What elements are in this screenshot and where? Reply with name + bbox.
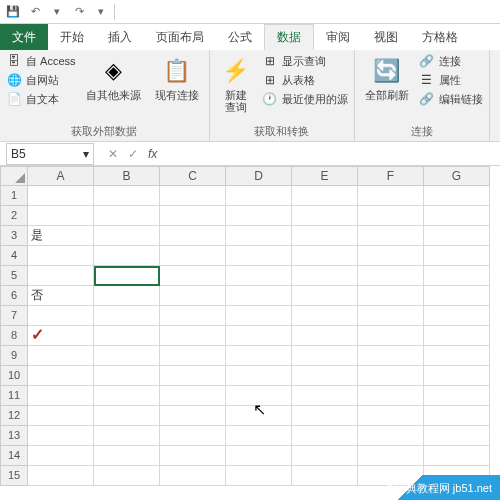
cell-D6[interactable] bbox=[226, 286, 292, 306]
row-header-2[interactable]: 2 bbox=[0, 206, 28, 226]
cell-F11[interactable] bbox=[358, 386, 424, 406]
tab-design[interactable]: 方格格 bbox=[410, 24, 470, 50]
cell-A5[interactable] bbox=[28, 266, 94, 286]
confirm-formula-icon[interactable]: ✓ bbox=[128, 147, 138, 161]
from-web-button[interactable]: 🌐自网站 bbox=[6, 72, 76, 88]
cell-A14[interactable] bbox=[28, 446, 94, 466]
cell-E2[interactable] bbox=[292, 206, 358, 226]
cell-G5[interactable] bbox=[424, 266, 490, 286]
cell-E6[interactable] bbox=[292, 286, 358, 306]
row-header-14[interactable]: 14 bbox=[0, 446, 28, 466]
cell-F5[interactable] bbox=[358, 266, 424, 286]
cell-B5[interactable] bbox=[94, 266, 160, 286]
cell-F8[interactable] bbox=[358, 326, 424, 346]
column-header-C[interactable]: C bbox=[160, 166, 226, 186]
cell-C12[interactable] bbox=[160, 406, 226, 426]
cell-G3[interactable] bbox=[424, 226, 490, 246]
cell-C15[interactable] bbox=[160, 466, 226, 486]
tab-view[interactable]: 视图 bbox=[362, 24, 410, 50]
row-header-15[interactable]: 15 bbox=[0, 466, 28, 486]
cell-A7[interactable] bbox=[28, 306, 94, 326]
cancel-formula-icon[interactable]: ✕ bbox=[108, 147, 118, 161]
from-other-sources-button[interactable]: ◈自其他来源 bbox=[82, 53, 145, 103]
cell-B6[interactable] bbox=[94, 286, 160, 306]
tab-insert[interactable]: 插入 bbox=[96, 24, 144, 50]
cell-G1[interactable] bbox=[424, 186, 490, 206]
cell-E5[interactable] bbox=[292, 266, 358, 286]
show-queries-button[interactable]: ⊞显示查询 bbox=[262, 53, 348, 69]
cell-B14[interactable] bbox=[94, 446, 160, 466]
cell-A10[interactable] bbox=[28, 366, 94, 386]
row-header-4[interactable]: 4 bbox=[0, 246, 28, 266]
cell-A2[interactable] bbox=[28, 206, 94, 226]
cell-G13[interactable] bbox=[424, 426, 490, 446]
cell-G12[interactable] bbox=[424, 406, 490, 426]
cell-E12[interactable] bbox=[292, 406, 358, 426]
cell-D9[interactable] bbox=[226, 346, 292, 366]
cell-F12[interactable] bbox=[358, 406, 424, 426]
cell-B12[interactable] bbox=[94, 406, 160, 426]
cell-G14[interactable] bbox=[424, 446, 490, 466]
cell-E15[interactable] bbox=[292, 466, 358, 486]
cell-B11[interactable] bbox=[94, 386, 160, 406]
cell-G8[interactable] bbox=[424, 326, 490, 346]
cell-F2[interactable] bbox=[358, 206, 424, 226]
cell-F9[interactable] bbox=[358, 346, 424, 366]
cell-B4[interactable] bbox=[94, 246, 160, 266]
cell-A9[interactable] bbox=[28, 346, 94, 366]
cell-A3[interactable]: 是 bbox=[28, 226, 94, 246]
dropdown-icon[interactable]: ▾ bbox=[83, 147, 89, 161]
cell-C9[interactable] bbox=[160, 346, 226, 366]
cell-A6[interactable]: 否 bbox=[28, 286, 94, 306]
cell-C1[interactable] bbox=[160, 186, 226, 206]
column-header-G[interactable]: G bbox=[424, 166, 490, 186]
column-header-B[interactable]: B bbox=[94, 166, 160, 186]
cell-G4[interactable] bbox=[424, 246, 490, 266]
cell-D10[interactable] bbox=[226, 366, 292, 386]
row-header-9[interactable]: 9 bbox=[0, 346, 28, 366]
existing-connections-button[interactable]: 📋现有连接 bbox=[151, 53, 203, 103]
cell-G6[interactable] bbox=[424, 286, 490, 306]
cell-B1[interactable] bbox=[94, 186, 160, 206]
cell-D4[interactable] bbox=[226, 246, 292, 266]
new-query-button[interactable]: ⚡新建 查询 bbox=[216, 53, 256, 115]
cell-F4[interactable] bbox=[358, 246, 424, 266]
undo-icon[interactable]: ↶ bbox=[26, 3, 44, 21]
cell-E7[interactable] bbox=[292, 306, 358, 326]
row-header-3[interactable]: 3 bbox=[0, 226, 28, 246]
cell-G7[interactable] bbox=[424, 306, 490, 326]
cell-E14[interactable] bbox=[292, 446, 358, 466]
cell-G11[interactable] bbox=[424, 386, 490, 406]
cell-D5[interactable] bbox=[226, 266, 292, 286]
cell-E3[interactable] bbox=[292, 226, 358, 246]
cell-F3[interactable] bbox=[358, 226, 424, 246]
qat-customize-icon[interactable]: ▾ bbox=[92, 3, 110, 21]
cell-A4[interactable] bbox=[28, 246, 94, 266]
cell-A13[interactable] bbox=[28, 426, 94, 446]
cell-B15[interactable] bbox=[94, 466, 160, 486]
cell-D3[interactable] bbox=[226, 226, 292, 246]
tab-formulas[interactable]: 公式 bbox=[216, 24, 264, 50]
cell-B8[interactable] bbox=[94, 326, 160, 346]
row-header-8[interactable]: 8 bbox=[0, 326, 28, 346]
cell-B10[interactable] bbox=[94, 366, 160, 386]
row-header-12[interactable]: 12 bbox=[0, 406, 28, 426]
cell-C6[interactable] bbox=[160, 286, 226, 306]
cell-C11[interactable] bbox=[160, 386, 226, 406]
cell-B2[interactable] bbox=[94, 206, 160, 226]
cell-D8[interactable] bbox=[226, 326, 292, 346]
tab-home[interactable]: 开始 bbox=[48, 24, 96, 50]
row-header-13[interactable]: 13 bbox=[0, 426, 28, 446]
cell-F13[interactable] bbox=[358, 426, 424, 446]
cell-B3[interactable] bbox=[94, 226, 160, 246]
cell-C14[interactable] bbox=[160, 446, 226, 466]
from-access-button[interactable]: 🗄自 Access bbox=[6, 53, 76, 69]
from-table-button[interactable]: ⊞从表格 bbox=[262, 72, 348, 88]
row-header-11[interactable]: 11 bbox=[0, 386, 28, 406]
column-header-D[interactable]: D bbox=[226, 166, 292, 186]
cell-E11[interactable] bbox=[292, 386, 358, 406]
cell-D1[interactable] bbox=[226, 186, 292, 206]
cell-E13[interactable] bbox=[292, 426, 358, 446]
cell-E10[interactable] bbox=[292, 366, 358, 386]
cell-G2[interactable] bbox=[424, 206, 490, 226]
